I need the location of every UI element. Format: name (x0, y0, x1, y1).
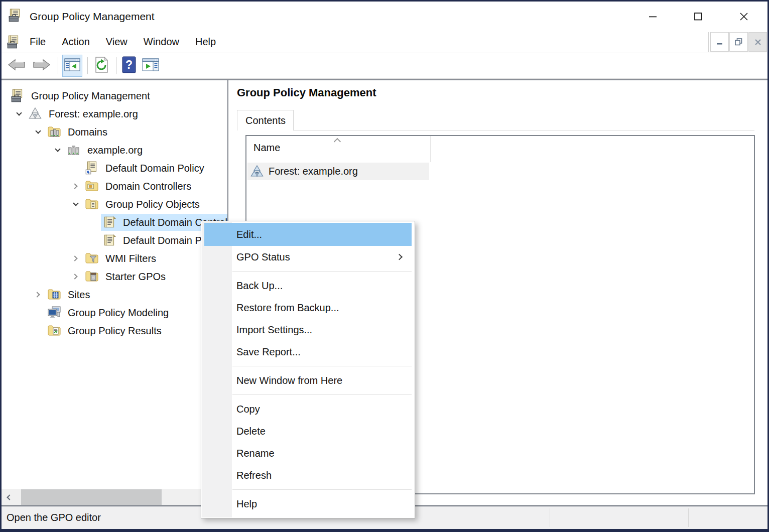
tree-item-label: WMI Filters (105, 253, 156, 264)
tree-item-hit[interactable]: Forest: example.org (27, 105, 143, 122)
chevron-right-icon[interactable] (68, 269, 83, 284)
sort-ascending-icon[interactable] (334, 138, 341, 145)
tree-item-forest-example-org[interactable]: Forest: example.org (2, 105, 227, 123)
close-button[interactable] (732, 6, 756, 28)
tree-item-group-policy-results[interactable]: Group Policy Results (2, 322, 227, 340)
menu-item-label: Save Report... (236, 346, 301, 358)
tree-item-hit[interactable]: WMI Filters (83, 250, 161, 267)
gpmc-snapin-icon (6, 35, 21, 50)
column-header-name[interactable]: Name (253, 142, 280, 154)
minimize-button[interactable] (641, 6, 665, 28)
forest-icon (28, 106, 43, 121)
gpmc-icon (10, 88, 25, 103)
mdi-close-button[interactable] (748, 32, 767, 52)
folder-dc-icon (84, 179, 99, 194)
tree-item-hit[interactable]: Group Policy Modeling (46, 304, 173, 321)
refresh-button[interactable] (92, 55, 111, 77)
menu-item-label: Restore from Backup... (236, 302, 339, 314)
maximize-button[interactable] (686, 6, 710, 28)
tab-contents[interactable]: Contents (237, 110, 294, 130)
menubar-item-file[interactable]: File (22, 31, 54, 53)
tree-item-default-domain-policy[interactable]: Default Domain Policy (2, 231, 227, 249)
chevron-right-icon[interactable] (68, 179, 83, 194)
context-menu-item-save-report[interactable]: Save Report... (201, 341, 415, 363)
tree-item-hit[interactable]: Starter GPOs (83, 268, 170, 285)
context-menu-item-help[interactable]: Help (201, 493, 415, 515)
tree-item-default-domain-controllers-policy[interactable]: Default Domain Controllers Policy (2, 213, 227, 231)
list-item-label: Forest: example.org (269, 166, 358, 177)
back-icon (7, 57, 26, 74)
tree-item-label: Forest: example.org (49, 108, 138, 120)
menubar-item-view[interactable]: View (98, 31, 136, 53)
gpo-link-icon (84, 161, 99, 176)
chevron-right-icon[interactable] (68, 251, 83, 266)
context-menu-item-refresh[interactable]: Refresh (201, 464, 415, 486)
forward-button[interactable] (31, 55, 53, 77)
context-menu-item-import-settings[interactable]: Import Settings... (201, 319, 415, 341)
menubar-item-action[interactable]: Action (54, 31, 98, 53)
tree-item-domain-controllers[interactable]: Domain Controllers (2, 177, 227, 195)
chevron-down-icon[interactable] (50, 143, 65, 158)
chevron-down-icon[interactable] (68, 197, 83, 212)
back-button[interactable] (6, 55, 28, 77)
indent-spacer (2, 331, 46, 331)
tree-item-hit[interactable]: Group Policy Management (9, 87, 155, 104)
menu-separator (201, 268, 415, 275)
tree-item-group-policy-modeling[interactable]: Group Policy Modeling (2, 304, 227, 322)
context-menu-item-restore-from-backup[interactable]: Restore from Backup... (201, 297, 415, 319)
menu-item-label: Copy (236, 404, 260, 415)
indent-spacer (2, 150, 50, 151)
tree-item-label: Group Policy Modeling (68, 307, 169, 319)
tree-item-example-org[interactable]: example.org (2, 141, 227, 159)
tree-item-hit[interactable]: Sites (46, 286, 94, 303)
tree-item-hit[interactable]: Domain Controllers (83, 178, 196, 195)
indent-spacer (2, 222, 101, 223)
context-menu-item-gpo-status[interactable]: GPO Status (201, 246, 415, 268)
menubar-item-window[interactable]: Window (136, 31, 187, 53)
menubar-item-help[interactable]: Help (187, 31, 224, 53)
action-pane-button[interactable] (141, 55, 161, 77)
scroll-left-arrow[interactable] (2, 489, 18, 505)
horizontal-scrollbar[interactable] (2, 489, 227, 505)
chevron-down-icon[interactable] (31, 124, 46, 140)
domain-icon (66, 143, 81, 158)
modeling-icon (47, 305, 62, 320)
tree-item-wmi-filters[interactable]: WMI Filters (2, 249, 227, 268)
tree-item-hit[interactable]: Default Domain Policy (83, 160, 209, 177)
chevron-right-icon[interactable] (31, 287, 46, 302)
tree-item-hit[interactable]: Group Policy Results (46, 322, 166, 339)
context-menu-item-new-window-from-here[interactable]: New Window from Here (201, 369, 415, 391)
mdi-restore-button[interactable] (729, 32, 748, 52)
tree-item-group-policy-objects[interactable]: Group Policy Objects (2, 195, 227, 213)
tree-item-label: Domains (68, 126, 107, 138)
context-menu-item-copy[interactable]: Copy (201, 398, 415, 420)
context-menu-item-rename[interactable]: Rename (201, 442, 415, 464)
sites-icon (47, 287, 62, 302)
starter-icon (84, 269, 99, 284)
tree-item-group-policy-management[interactable]: Group Policy Management (2, 87, 227, 105)
console-tree-pane: Group Policy ManagementForest: example.o… (2, 80, 228, 505)
scrollbar-thumb[interactable] (21, 489, 162, 505)
chevron-down-icon[interactable] (12, 106, 27, 121)
help-button[interactable]: ? (120, 55, 138, 77)
tree-item-sites[interactable]: Sites (2, 286, 227, 304)
svg-text:?: ? (125, 58, 133, 71)
tree-item-domains[interactable]: Domains (2, 123, 227, 141)
show-console-tree-button[interactable] (62, 55, 82, 77)
indent-spacer (2, 258, 68, 259)
tree-item-starter-gpos[interactable]: Starter GPOs (2, 268, 227, 286)
tree-item-label: Group Policy Objects (105, 199, 200, 210)
context-menu-item-delete[interactable]: Delete (201, 420, 415, 442)
toolbar-separator (58, 57, 58, 74)
indent-spacer (2, 96, 9, 96)
menu-item-label: Delete (236, 426, 266, 437)
wmi-icon (84, 251, 99, 266)
mdi-minimize-button[interactable] (710, 32, 729, 52)
tree-item-default-domain-policy[interactable]: Default Domain Policy (2, 159, 227, 177)
list-item-forest-example-org[interactable]: Forest: example.org (247, 163, 429, 180)
tree-item-hit[interactable]: Domains (46, 123, 112, 141)
context-menu-item-edit[interactable]: Edit... (204, 223, 412, 246)
tree-item-hit[interactable]: example.org (65, 142, 147, 159)
context-menu-item-back-up[interactable]: Back Up... (201, 275, 415, 297)
tree-item-hit[interactable]: Group Policy Objects (83, 196, 204, 213)
